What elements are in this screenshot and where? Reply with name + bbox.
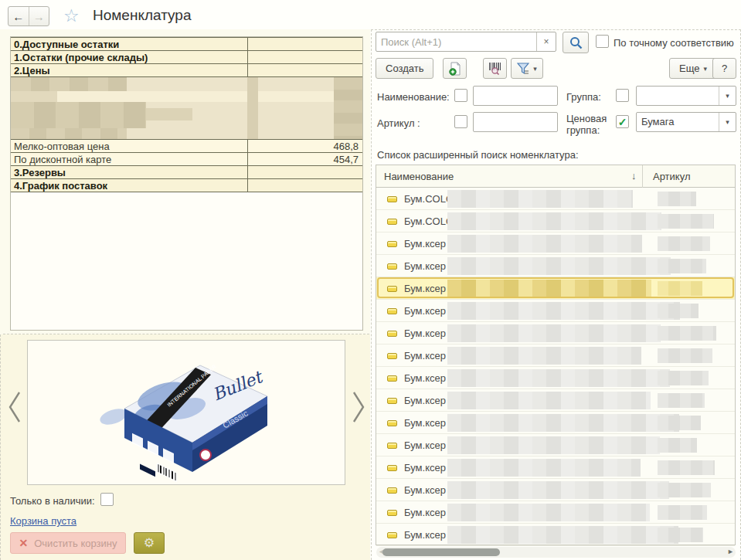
- back-button[interactable]: ←: [8, 7, 29, 25]
- article-filter-input[interactable]: [473, 112, 558, 132]
- price-row-value: 454,7: [248, 153, 362, 165]
- chevron-down-icon[interactable]: ▾: [719, 113, 736, 131]
- list-item[interactable]: Бум.ксер: [376, 434, 735, 456]
- scrollbar-thumb[interactable]: [382, 548, 500, 556]
- column-divider[interactable]: [642, 165, 643, 188]
- name-filter-input[interactable]: [473, 86, 558, 106]
- sort-desc-icon[interactable]: ↓: [631, 170, 637, 182]
- next-arrow-icon[interactable]: [352, 390, 365, 424]
- prev-arrow-icon[interactable]: [8, 390, 22, 424]
- check-icon: ✓: [618, 116, 627, 128]
- list-item[interactable]: Бум.COLO: [376, 188, 735, 210]
- price-group-combo[interactable]: Бумага ▾: [636, 112, 736, 132]
- name-filter-checkbox[interactable]: [454, 89, 467, 102]
- price-table-row: 0.Доступные остатки: [11, 38, 362, 51]
- price-row-label: Мелко-оптовая цена: [11, 140, 248, 152]
- price-row-value: [248, 64, 362, 76]
- dropdown-arrow-icon: ▾: [703, 65, 707, 73]
- item-icon: [387, 510, 397, 516]
- price-row-label: По дисконтной карте: [11, 153, 248, 165]
- item-icon: [387, 487, 397, 494]
- list-item[interactable]: Бум.ксер: [376, 344, 735, 367]
- search-input[interactable]: [376, 32, 536, 51]
- blurred-text: [447, 369, 670, 387]
- price-group-checkbox[interactable]: ✓: [616, 115, 629, 128]
- list-item[interactable]: Бум.ксер: [376, 501, 735, 524]
- price-row-label: 3.Резервы: [11, 166, 248, 178]
- clear-search-icon[interactable]: ×: [536, 32, 556, 51]
- create-button[interactable]: Создать: [376, 58, 433, 79]
- list-label: Список расширенный поиск номенклатура:: [377, 149, 579, 161]
- item-icon: [387, 308, 397, 314]
- list-item[interactable]: Бум.ксер: [376, 367, 735, 389]
- price-group-value: Бумага: [637, 113, 719, 131]
- exact-match-checkbox[interactable]: [596, 35, 609, 48]
- list-item[interactable]: Бум.ксер: [376, 524, 735, 546]
- blurred-text: [447, 235, 642, 253]
- column-header-name[interactable]: Наименование: [384, 171, 454, 182]
- barcode-search-button[interactable]: [483, 58, 507, 79]
- help-button[interactable]: ?: [712, 58, 736, 79]
- blurred-text: [447, 414, 679, 432]
- blurred-article: [658, 416, 701, 430]
- list-item[interactable]: Бум.COLO: [376, 210, 735, 232]
- list-item[interactable]: Бум.ксер: [376, 300, 735, 322]
- blurred-article: [658, 281, 702, 296]
- item-icon: [387, 532, 397, 538]
- list-item[interactable]: Бум.ксер: [376, 479, 735, 501]
- list-item[interactable]: Бум.ксер: [376, 232, 735, 255]
- basket-link[interactable]: Корзина пуста: [10, 515, 76, 527]
- price-row-value: [248, 51, 362, 63]
- price-table-row: 4.График поставок: [11, 179, 362, 192]
- item-name: Бум.COLO: [404, 216, 454, 227]
- blurred-article: [658, 192, 696, 206]
- price-table-row: 3.Резервы: [11, 166, 362, 179]
- list-item[interactable]: Бум.ксер: [376, 277, 735, 300]
- create-group-button[interactable]: [443, 58, 467, 79]
- blurred-text: [447, 526, 678, 544]
- blurred-article: [658, 214, 714, 229]
- create-button-label: Создать: [386, 63, 423, 74]
- list-body: Бум.COLOБум.COLOБум.ксерБум.ксерБум.ксер…: [376, 188, 735, 546]
- group-filter-combo[interactable]: ▾: [636, 86, 736, 106]
- clear-basket-button[interactable]: ✕ Очистить корзину: [10, 532, 126, 554]
- price-row-label: 0.Доступные остатки: [11, 38, 248, 50]
- search-button[interactable]: [563, 32, 589, 53]
- favorite-star-icon[interactable]: ☆: [63, 5, 80, 26]
- item-icon: [387, 420, 397, 426]
- forward-button[interactable]: →: [29, 7, 49, 25]
- scroll-right-icon[interactable]: ►: [727, 548, 734, 555]
- item-name: Бум.ксер: [404, 395, 446, 406]
- list-item[interactable]: Бум.ксер: [376, 322, 735, 344]
- list-item[interactable]: Бум.ксер: [376, 389, 735, 412]
- horizontal-scrollbar[interactable]: ◄ ►: [376, 547, 736, 558]
- item-icon: [387, 398, 397, 404]
- price-row-value: [248, 38, 362, 50]
- page-title: Номенклатура: [93, 7, 192, 24]
- list-item[interactable]: Бум.ксер: [376, 456, 735, 479]
- item-name: Бум.ксер: [404, 328, 446, 339]
- blurred-text: [447, 324, 661, 342]
- group-filter-checkbox[interactable]: [616, 89, 629, 102]
- blurred-text: [447, 504, 650, 521]
- item-icon: [387, 263, 397, 270]
- in-stock-checkbox[interactable]: [100, 493, 114, 506]
- item-icon: [387, 465, 397, 471]
- list-item[interactable]: Бум.ксер: [376, 412, 735, 434]
- horizontal-splitter[interactable]: [3, 334, 369, 334]
- product-image: INTERNATIONAL PAPER Bullet: [28, 341, 345, 484]
- column-header-article[interactable]: Артикул: [653, 171, 690, 182]
- item-name: Бум.COLO: [404, 193, 454, 205]
- filter-button[interactable]: ▾: [511, 58, 543, 79]
- chevron-down-icon[interactable]: ▾: [719, 87, 736, 105]
- nav-button-group: ← →: [8, 6, 49, 26]
- settings-button[interactable]: ⚙: [134, 532, 165, 554]
- blurred-text: [447, 302, 680, 320]
- article-filter-checkbox[interactable]: [454, 115, 467, 128]
- blurred-article: [658, 348, 712, 363]
- group-filter-value: [637, 87, 719, 105]
- item-icon: [387, 286, 397, 292]
- list-item[interactable]: Бум.ксер: [376, 255, 735, 277]
- more-button[interactable]: Еще ▾: [669, 58, 717, 79]
- blurred-article: [658, 371, 709, 385]
